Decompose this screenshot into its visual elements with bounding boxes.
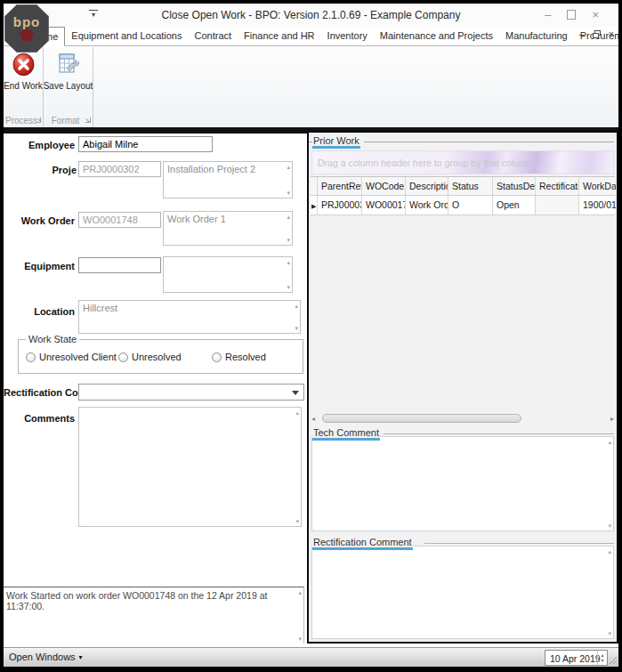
col-wocode[interactable]: WOCode	[362, 177, 406, 195]
project-code-input[interactable]: PRJ0000302	[78, 161, 161, 177]
scroll-down-icon[interactable]: ▾	[287, 284, 290, 290]
location-label: Location	[4, 306, 75, 317]
tech-comment-label: Tech Comment	[312, 427, 380, 441]
scrollbar-thumb[interactable]	[322, 414, 521, 423]
scroll-down-icon[interactable]: ▾	[298, 636, 302, 642]
scroll-down-icon[interactable]: ▾	[295, 325, 298, 331]
end-work-icon	[12, 53, 36, 77]
tab-maintenance-and-projects[interactable]: Maintenance and Projects	[374, 27, 499, 46]
project-description-box[interactable]: Installation Project 2 ▴ ▾	[163, 161, 293, 198]
scroll-up-icon[interactable]: ▴	[298, 589, 302, 595]
work-state-label: Work State	[26, 334, 79, 344]
tab-finance-and-hr[interactable]: Finance and HR	[238, 27, 321, 46]
logo-emblem	[20, 28, 34, 41]
process-group-footer: Process	[5, 115, 41, 125]
col-description[interactable]: Description	[406, 177, 448, 195]
radio-unresolved[interactable]: Unresolved	[118, 352, 182, 362]
process-dialog-launcher-icon[interactable]	[37, 117, 41, 123]
comments-textarea[interactable]: ▴ ▾	[78, 407, 302, 527]
title-bar: bpo ▾ Close Open Work - BPO: Version 2.1…	[4, 4, 618, 27]
tech-comment-textarea[interactable]: ▴ ▾	[311, 436, 614, 531]
scroll-up-icon[interactable]: ▴	[287, 214, 290, 220]
radio-unresolved-client[interactable]: Unresolved Client	[26, 352, 117, 362]
radio-icon	[26, 352, 36, 362]
end-work-label: End Work	[4, 81, 43, 91]
work-order-description-box[interactable]: Work Order 1 ▴ ▾	[163, 211, 293, 246]
radio-icon	[118, 352, 128, 362]
app-window: bpo ▾ Close Open Work - BPO: Version 2.1…	[4, 4, 618, 667]
col-status[interactable]: Status	[448, 177, 493, 195]
work-state-groupbox: Work State Unresolved Client Unresolved …	[18, 339, 303, 374]
save-layout-button[interactable]: Save Layout	[44, 53, 93, 91]
maximize-button[interactable]	[567, 10, 576, 20]
screenshot-frame: bpo ▾ Close Open Work - BPO: Version 2.1…	[0, 0, 622, 672]
col-parentref[interactable]: ParentRef	[318, 177, 362, 195]
scroll-up-icon[interactable]: ▴	[608, 548, 611, 555]
cell-parentref: PRJ0000302	[318, 196, 362, 215]
tab-equipment-and-locations[interactable]: Equipment and Locations	[65, 27, 188, 46]
col-rectification[interactable]: Rectificatio...	[536, 177, 579, 195]
tab-inventory[interactable]: Inventory	[321, 27, 374, 46]
bpo-logo-icon: bpo	[4, 4, 49, 53]
cell-status: O	[448, 196, 493, 215]
row-indicator: ▶	[311, 196, 318, 215]
prior-work-panel: Prior Work Drag a column header here to …	[307, 131, 618, 644]
radio-icon	[212, 352, 222, 362]
scroll-up-icon[interactable]: ▴	[295, 409, 299, 416]
employee-input[interactable]: Abigail Milne	[78, 136, 213, 152]
radio-resolved[interactable]: Resolved	[212, 352, 266, 362]
grid-data-row[interactable]: ▶ PRJ0000302 WO0001748 Work Orde... O Op…	[311, 196, 615, 215]
format-group-label: Format	[45, 116, 85, 125]
scroll-up-icon[interactable]: ▴	[287, 164, 290, 170]
equipment-description-box[interactable]: ▴ ▾	[163, 256, 293, 293]
scroll-down-icon[interactable]: ▾	[295, 518, 299, 524]
radio-label: Resolved	[225, 352, 266, 362]
scroll-up-icon[interactable]: ▴	[295, 303, 298, 309]
work-order-code-input[interactable]: WO0001748	[78, 212, 161, 228]
rectification-code-dropdown[interactable]	[78, 384, 304, 401]
scroll-down-icon[interactable]: ▾	[287, 190, 290, 196]
date-field[interactable]: 10 Apr 2019 ▴ ▾	[545, 650, 608, 666]
status-bar: Open Windows ▾ 10 Apr 2019 ▴ ▾	[4, 647, 618, 667]
scroll-up-icon[interactable]: ▴	[608, 439, 611, 445]
scroll-down-icon[interactable]: ▾	[608, 522, 611, 529]
col-statusdesc[interactable]: StatusDesc	[493, 177, 536, 195]
employee-label: Employee	[4, 140, 75, 150]
tab-contract[interactable]: Contract	[189, 27, 238, 46]
row-indicator-header	[311, 177, 318, 195]
format-dialog-launcher-icon[interactable]	[85, 117, 91, 123]
minimize-button[interactable]: –	[545, 9, 551, 20]
scroll-down-icon[interactable]: ▾	[287, 237, 290, 243]
close-button[interactable]: ×	[592, 9, 599, 20]
window-title: Close Open Work - BPO: Version 2.1.0.69 …	[57, 9, 565, 21]
equipment-label: Equipment	[4, 261, 75, 271]
mdi-restore-button[interactable]	[593, 30, 601, 38]
end-work-button[interactable]: End Work	[4, 53, 43, 91]
cell-rectification	[536, 196, 579, 215]
open-windows-dropdown[interactable]: Open Windows ▾	[9, 652, 83, 662]
grid-horizontal-scrollbar[interactable]: ◂ ▸	[311, 413, 614, 425]
resize-grip[interactable]	[608, 655, 617, 664]
mdi-close-button[interactable]: ×	[609, 29, 614, 39]
mdi-minimize-button[interactable]: –	[578, 29, 584, 39]
chevron-down-icon: ▾	[79, 653, 83, 661]
col-workdate[interactable]: WorkDate	[579, 177, 616, 195]
tab-manufacturing[interactable]: Manufacturing	[499, 27, 574, 46]
scroll-down-icon[interactable]: ▾	[608, 630, 611, 636]
groupbox-line	[364, 142, 614, 142]
grid-group-by-bar[interactable]: Drag a column header here to group by th…	[311, 150, 614, 174]
date-value: 10 Apr 2019	[550, 653, 601, 664]
scroll-right-icon[interactable]: ▸	[610, 415, 614, 423]
equipment-input[interactable]	[78, 257, 161, 273]
window-controls: – ×	[545, 9, 599, 20]
groupbox-line	[384, 433, 614, 434]
scroll-up-icon[interactable]: ▴	[287, 259, 290, 265]
cell-description: Work Orde...	[406, 196, 448, 215]
rectification-code-label: Rectification Code	[4, 387, 76, 398]
scroll-left-icon[interactable]: ◂	[311, 415, 315, 423]
spinner-down-icon[interactable]: ▾	[601, 658, 603, 663]
location-box[interactable]: Hillcrest ▴ ▾	[78, 300, 301, 334]
rectification-comment-textarea[interactable]: ▴ ▾	[311, 546, 614, 639]
comments-label: Comments	[4, 413, 75, 424]
ribbon: End Work Process Save Layout	[4, 47, 618, 127]
